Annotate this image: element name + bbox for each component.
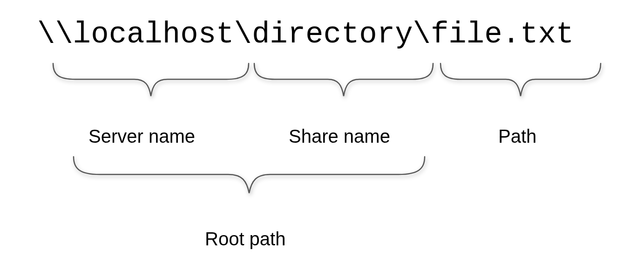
label-path: Path bbox=[498, 126, 536, 147]
brace-server-icon bbox=[50, 61, 251, 104]
label-root: Root path bbox=[205, 229, 285, 250]
label-server: Server name bbox=[88, 126, 195, 147]
brace-path-icon bbox=[438, 61, 603, 104]
brace-share-icon bbox=[251, 61, 436, 104]
unc-path-text: \\localhost\directory\file.txt bbox=[37, 18, 574, 51]
label-share: Share name bbox=[289, 126, 390, 147]
brace-root-icon bbox=[70, 154, 428, 201]
